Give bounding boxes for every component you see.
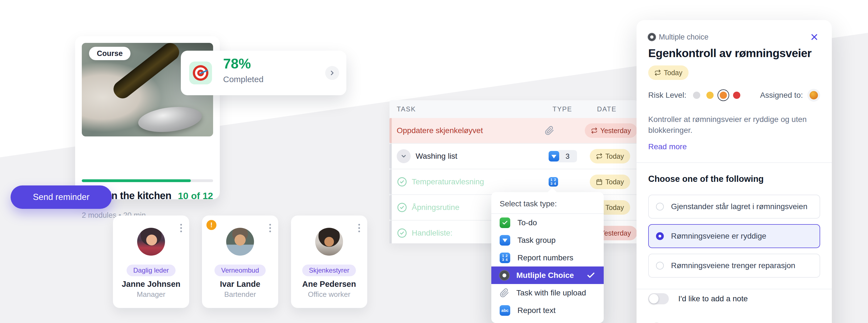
course-progress-fill bbox=[82, 179, 191, 182]
person-name: Janne Johnsen bbox=[113, 280, 189, 289]
course-progress-count: 10 of 12 bbox=[178, 190, 213, 201]
menu-item-todo[interactable]: To-do bbox=[491, 214, 604, 231]
check-icon bbox=[586, 271, 595, 280]
table-row[interactable]: Oppdatere skjenkeløyvet Yesterday bbox=[390, 118, 637, 144]
radio-button-icon bbox=[648, 33, 655, 41]
radio-unselected-icon bbox=[656, 262, 664, 269]
due-date-badge: Today bbox=[648, 65, 688, 80]
task-name: Temperaturavlesning bbox=[412, 177, 484, 186]
kebab-menu-icon[interactable] bbox=[357, 223, 361, 233]
repeat-icon bbox=[654, 69, 661, 76]
question-heading: Choose one of the following bbox=[648, 174, 820, 184]
row-accent-strip bbox=[390, 195, 392, 220]
chevron-right-icon[interactable] bbox=[325, 66, 339, 80]
task-name: Åpningsrutine bbox=[412, 203, 459, 212]
task-name: Handleliste: bbox=[412, 229, 452, 237]
check-circle-icon bbox=[397, 202, 407, 213]
menu-item-file-upload[interactable]: Task with file upload bbox=[491, 284, 604, 301]
task-name: Washing list bbox=[416, 152, 457, 161]
completion-percentage: 78% bbox=[223, 56, 251, 72]
column-header-date: DATE bbox=[597, 105, 637, 113]
risk-dot-low[interactable] bbox=[706, 92, 714, 99]
calendar-icon bbox=[596, 178, 602, 185]
task-type-dropdown: Select task type: To-do Task group 1 23 … bbox=[491, 192, 604, 323]
row-accent-strip bbox=[390, 118, 392, 143]
course-type-badge: Course bbox=[89, 47, 130, 60]
risk-dot-none[interactable] bbox=[693, 92, 700, 99]
todo-checkbox-icon bbox=[500, 217, 510, 228]
risk-dot-high[interactable] bbox=[733, 92, 740, 99]
task-detail-panel: Multiple choice Egenkontroll av rømnings… bbox=[637, 20, 832, 323]
add-note-label: I'd like to add a note bbox=[678, 294, 748, 303]
table-row[interactable]: Washing list 3 Today bbox=[390, 144, 637, 169]
menu-item-multiple-choice[interactable]: Mutliple Choice bbox=[491, 266, 604, 284]
risk-dot-medium-selected[interactable] bbox=[720, 92, 727, 99]
task-group-icon bbox=[549, 151, 559, 162]
task-title: Egenkontroll av rømningsveier bbox=[648, 47, 820, 60]
row-accent-strip bbox=[390, 221, 392, 243]
task-group-icon bbox=[500, 235, 510, 245]
kebab-menu-icon[interactable] bbox=[179, 223, 183, 233]
task-description: Kontroller at rømningsveier er ryddige o… bbox=[648, 114, 820, 136]
menu-item-report-numbers[interactable]: 1 23 4 Report numbers bbox=[491, 249, 604, 266]
assignee-avatar[interactable] bbox=[807, 89, 820, 101]
subtask-count: 3 bbox=[556, 150, 577, 162]
close-icon[interactable] bbox=[808, 31, 820, 43]
check-circle-icon bbox=[397, 228, 407, 238]
paperclip-icon bbox=[541, 126, 585, 135]
person-card[interactable]: Skjenkestyrer Ane Pedersen Office worker bbox=[291, 215, 367, 308]
repeat-icon bbox=[591, 127, 597, 134]
person-role: Bartender bbox=[202, 290, 278, 299]
person-role: Office worker bbox=[291, 290, 367, 299]
task-name: Oppdatere skjenkeløyvet bbox=[397, 126, 483, 135]
avatar bbox=[226, 228, 254, 256]
radio-selected-icon bbox=[656, 232, 664, 240]
report-text-icon: abc bbox=[500, 305, 510, 316]
repeat-icon bbox=[596, 153, 602, 159]
chevron-down-icon[interactable] bbox=[397, 149, 411, 163]
report-numbers-icon: 1 23 4 bbox=[549, 177, 558, 186]
divider bbox=[637, 162, 832, 163]
menu-item-report-text[interactable]: abc Report text bbox=[491, 301, 604, 319]
radio-unselected-icon bbox=[656, 203, 664, 210]
task-type-label: Multiple choice bbox=[659, 33, 709, 41]
person-card[interactable]: Daglig leder Janne Johnsen Manager bbox=[113, 215, 189, 308]
choice-option[interactable]: Rømningsveiene trenger reparasjon bbox=[648, 254, 820, 277]
dropdown-title: Select task type: bbox=[491, 192, 604, 214]
paperclip-icon bbox=[500, 288, 509, 298]
person-role: Manager bbox=[113, 290, 189, 299]
completion-label: Completed bbox=[223, 75, 264, 84]
completion-stat-card[interactable]: 78% Completed bbox=[181, 51, 346, 95]
assigned-to-label: Assigned to: bbox=[760, 91, 803, 100]
person-card[interactable]: ! Verneombud Ivar Lande Bartender bbox=[202, 215, 278, 308]
choice-option-selected[interactable]: Rømningsveiene er ryddige bbox=[648, 224, 820, 248]
kebab-menu-icon[interactable] bbox=[268, 223, 272, 233]
person-name: Ivar Lande bbox=[202, 280, 278, 289]
row-accent-strip bbox=[390, 144, 392, 169]
check-circle-icon bbox=[397, 177, 407, 187]
avatar bbox=[137, 228, 165, 256]
table-header: TASK TYPE DATE bbox=[390, 100, 637, 118]
column-header-task: TASK bbox=[390, 105, 553, 113]
row-accent-strip bbox=[390, 169, 392, 194]
divider bbox=[637, 289, 832, 289]
menu-item-task-group[interactable]: Task group bbox=[491, 231, 604, 249]
avatar bbox=[315, 228, 343, 256]
role-badge: Daglig leder bbox=[127, 265, 176, 276]
person-name: Ane Pedersen bbox=[291, 280, 367, 289]
send-reminder-button[interactable]: Send reminder bbox=[10, 185, 112, 209]
warning-icon: ! bbox=[207, 220, 216, 230]
due-date-badge: Today bbox=[590, 149, 630, 164]
report-numbers-icon: 1 23 4 bbox=[500, 253, 510, 263]
column-header-type: TYPE bbox=[553, 105, 597, 113]
add-note-toggle[interactable] bbox=[648, 293, 669, 304]
course-progress-bar bbox=[82, 179, 213, 182]
choice-option[interactable]: Gjenstander står lagret i rømningsveien bbox=[648, 195, 820, 218]
radio-button-icon bbox=[500, 271, 509, 280]
table-row[interactable]: Temperaturavlesning 1 23 4 Today bbox=[390, 169, 637, 195]
role-badge: Skjenkestyrer bbox=[302, 265, 356, 276]
target-icon bbox=[189, 62, 212, 84]
due-date-badge: Yesterday bbox=[585, 123, 637, 138]
read-more-link[interactable]: Read more bbox=[648, 142, 687, 151]
role-badge: Verneombud bbox=[215, 265, 266, 276]
